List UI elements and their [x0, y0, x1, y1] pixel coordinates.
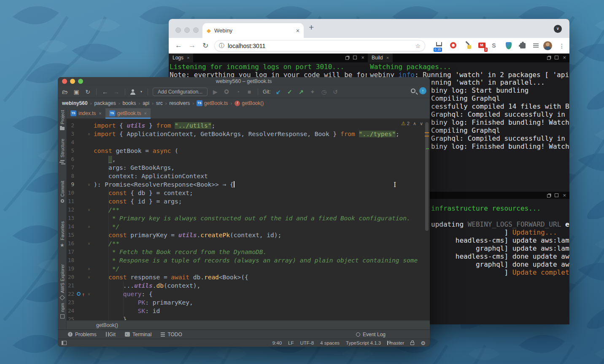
git-rollback-icon[interactable]: ↺: [332, 88, 339, 95]
profiler-icon[interactable]: ◔: [234, 88, 242, 95]
reload-button[interactable]: ↻: [202, 41, 208, 50]
breadcrumb-item[interactable]: books: [122, 100, 136, 106]
tab-close-icon[interactable]: ×: [144, 111, 147, 116]
breadcrumb-item[interactable]: TSgetBook.ts: [197, 100, 228, 106]
site-info-icon[interactable]: ⓘ: [219, 42, 224, 50]
gutter-run-icon[interactable]: [77, 292, 81, 296]
toolwindow-button-todo[interactable]: TODO: [161, 332, 182, 337]
restore-icon[interactable]: [547, 194, 550, 198]
editor-scrollbar[interactable]: [425, 122, 429, 231]
fold-marker[interactable]: ∨: [86, 239, 92, 248]
inspection-widget[interactable]: ⚠ 2 ∧ ∨: [401, 120, 423, 126]
zoom-window-button[interactable]: [78, 79, 83, 84]
toolwindow-toggle-icon[interactable]: [62, 341, 67, 345]
navigate-forward-icon[interactable]: →: [113, 88, 120, 95]
git-update-icon[interactable]: ↙: [275, 88, 282, 95]
extensions-puzzle-icon[interactable]: [518, 41, 527, 51]
stripe-item-structure[interactable]: Structure: [58, 139, 67, 164]
breadcrumb-item[interactable]: fgetBook(): [235, 100, 264, 106]
fold-marker[interactable]: ∧: [86, 265, 92, 273]
maximize-icon[interactable]: [555, 56, 558, 59]
editor-tab[interactable]: TSgetBook.ts×: [105, 108, 151, 118]
browser-tab[interactable]: ◆ Webiny ×: [202, 23, 304, 38]
close-icon[interactable]: ×: [563, 55, 566, 60]
run-icon[interactable]: ▶: [211, 88, 219, 95]
ide-update-icon[interactable]: ↑: [419, 87, 426, 94]
git-history-icon[interactable]: ◷: [320, 88, 328, 95]
close-icon[interactable]: ×: [563, 193, 566, 198]
close-icon[interactable]: ×: [361, 55, 364, 60]
url-text[interactable]: localhost:3011: [228, 43, 415, 49]
stripe-item-project[interactable]: Project: [58, 110, 67, 130]
typescript-version[interactable]: TypeScript 4.1.3: [346, 340, 381, 345]
gear-icon[interactable]: ⚙: [421, 340, 426, 346]
lock-icon[interactable]: [410, 342, 414, 345]
minimize-window-button[interactable]: [184, 27, 190, 33]
extension-s-icon[interactable]: S: [489, 41, 499, 51]
stripe-item-favorites[interactable]: Favorites★: [58, 221, 67, 248]
tab-search-chevron-icon[interactable]: ∨: [554, 25, 562, 33]
event-log-button[interactable]: Event Log: [356, 332, 386, 337]
tab-close-icon[interactable]: ×: [99, 111, 101, 116]
logs-tab-close-icon[interactable]: ×: [187, 55, 189, 60]
editor-tab[interactable]: TSindex.ts×: [67, 108, 105, 118]
breadcrumb-item[interactable]: resolvers: [169, 100, 190, 106]
close-window-button[interactable]: [62, 79, 67, 84]
fold-marker[interactable]: ∨: [86, 273, 92, 281]
zoom-window-button[interactable]: [193, 27, 199, 33]
maximize-icon[interactable]: [353, 56, 357, 59]
save-icon[interactable]: ▣: [73, 88, 80, 95]
debug-icon[interactable]: 🞉︎: [223, 88, 230, 95]
breadcrumb-item[interactable]: api: [143, 100, 149, 106]
prev-problem-icon[interactable]: ∧: [413, 121, 416, 126]
breadcrumb-item[interactable]: packages: [94, 100, 116, 106]
back-button[interactable]: ←: [175, 41, 182, 50]
git-commit-icon[interactable]: ✓: [286, 88, 294, 95]
fold-marker[interactable]: ∨: [86, 206, 92, 214]
extension-scale-icon[interactable]: 0.35: [434, 41, 444, 51]
toolwindow-button-git[interactable]: Git: [106, 332, 116, 337]
browser-menu-icon[interactable]: ⋮: [557, 41, 566, 51]
open-folder-icon[interactable]: 🗁︎: [61, 88, 69, 95]
restore-icon[interactable]: [345, 56, 349, 60]
caret-position[interactable]: 9:40: [272, 340, 282, 345]
sync-icon[interactable]: ↻: [84, 88, 92, 95]
bookmark-star-icon[interactable]: ☆: [415, 43, 421, 49]
build-tab[interactable]: Build×: [368, 54, 393, 62]
profile-dropdown-icon[interactable]: ▾: [140, 88, 143, 95]
code-editor[interactable]: 2import { utils } from "../utils";3∧impo…: [67, 119, 430, 320]
fold-marker[interactable]: ∧: [86, 130, 92, 138]
build-tab-close-icon[interactable]: ×: [386, 55, 389, 60]
profile-avatar[interactable]: [543, 41, 552, 51]
address-bar[interactable]: ⓘ localhost:3011 ☆: [214, 40, 425, 51]
fold-marker[interactable]: ∧: [86, 222, 92, 231]
toolwindow-button-terminal[interactable]: ›_Terminal: [125, 332, 151, 337]
ide-titlebar[interactable]: webiny560 – getBook.ts: [58, 77, 430, 86]
fold-marker[interactable]: ∨: [86, 180, 92, 189]
indent-setting[interactable]: 4 spaces: [320, 340, 340, 345]
git-push-icon[interactable]: ↗: [297, 88, 305, 95]
browser-window-controls[interactable]: [175, 27, 199, 33]
logs-tab[interactable]: Logs×: [169, 54, 193, 62]
forward-button[interactable]: →: [189, 41, 196, 50]
stripe-item-npm[interactable]: npm: [58, 303, 67, 318]
git-diff-icon[interactable]: ✦: [309, 88, 316, 95]
extension-eyedropper-icon[interactable]: [463, 41, 472, 51]
close-window-button[interactable]: [175, 27, 181, 33]
breadcrumb-item[interactable]: src: [156, 100, 163, 106]
new-tab-button[interactable]: +: [309, 22, 314, 32]
file-encoding[interactable]: UTF-8: [300, 340, 314, 345]
toolwindow-button-problems[interactable]: !Problems: [68, 332, 97, 337]
extension-shield-icon[interactable]: [504, 41, 513, 51]
stripe-item-commit[interactable]: Commit: [58, 181, 67, 203]
line-ending[interactable]: LF: [288, 340, 294, 345]
minimize-window-button[interactable]: [70, 79, 75, 84]
add-configuration-button[interactable]: Add Configuration...: [153, 88, 208, 96]
tab-close-icon[interactable]: ×: [296, 27, 299, 34]
next-problem-icon[interactable]: ∨: [420, 121, 423, 126]
git-branch-widget[interactable]: master: [387, 340, 404, 345]
fold-marker[interactable]: ∨: [86, 290, 92, 298]
stripe-item-aws-explorer[interactable]: AWS Explorer: [58, 264, 67, 300]
reading-list-icon[interactable]: [531, 41, 540, 51]
navigate-back-icon[interactable]: ←: [101, 88, 109, 95]
